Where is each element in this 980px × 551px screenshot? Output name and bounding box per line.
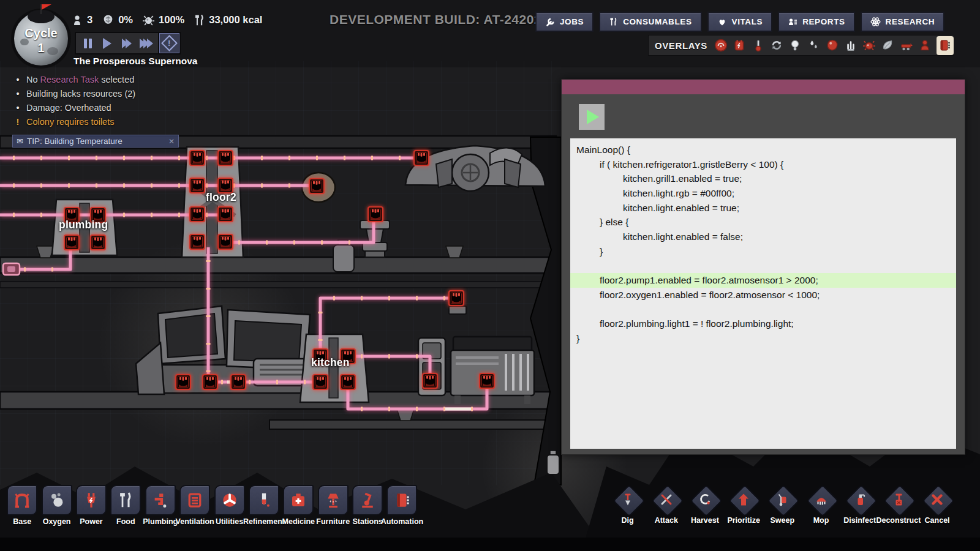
automation-port[interactable] — [480, 373, 494, 388]
automation-port[interactable] — [176, 375, 190, 389]
automation-port[interactable] — [91, 235, 105, 250]
build-category-automation[interactable]: Automation — [385, 485, 419, 526]
cycle-number: 1 — [14, 41, 68, 55]
research-task-link[interactable]: Research Task — [40, 75, 99, 84]
overlay-temperature-icon[interactable] — [751, 38, 764, 53]
person-list-icon — [788, 17, 797, 27]
notification-resources[interactable]: • Building lacks resources (2) — [15, 89, 135, 99]
vitals-button[interactable]: VITALS — [707, 12, 773, 32]
automation-port[interactable] — [414, 151, 429, 165]
screen-bottom-strip — [0, 538, 980, 551]
grill[interactable] — [451, 337, 534, 404]
floor-ledge — [270, 420, 555, 429]
overlay-liquid-icon[interactable] — [807, 38, 820, 53]
shovel-icon — [620, 492, 635, 507]
consumables-button[interactable]: CONSUMABLES — [599, 12, 701, 32]
tool-attack[interactable]: Attack — [647, 484, 685, 525]
pause-button[interactable] — [79, 35, 96, 52]
build-category-stations[interactable]: Stations — [350, 485, 385, 526]
fastest-forward-button[interactable] — [138, 35, 155, 52]
atom-icon — [870, 17, 881, 27]
spray-bottle-icon — [853, 492, 867, 507]
notification-damage[interactable]: • Damage: Overheated — [15, 103, 111, 113]
notification-research[interactable]: • No Research Task selected — [15, 75, 134, 84]
automation-port[interactable] — [190, 234, 205, 249]
overlay-rooms-icon[interactable] — [918, 38, 932, 53]
automation-port[interactable] — [313, 375, 328, 389]
overlay-germs-icon[interactable] — [862, 38, 876, 53]
automation-port[interactable] — [218, 234, 233, 249]
stat-stress[interactable]: 0% — [102, 13, 133, 26]
automation-port[interactable] — [190, 207, 205, 222]
automation-port[interactable] — [309, 179, 324, 193]
label-floor2: floor2 — [206, 191, 236, 204]
liquid-bottle[interactable] — [333, 240, 354, 272]
code-line: kitchen.grill1.enabled = true; — [570, 171, 956, 186]
tip-banner[interactable]: ✉ TIP: Building Temperature ✕ — [12, 135, 179, 148]
overlay-gas-icon[interactable] — [770, 38, 783, 53]
tool-harvest[interactable]: Harvest — [685, 484, 724, 525]
script-panel-titlebar[interactable] — [562, 80, 965, 94]
overlay-automation-icon[interactable] — [937, 36, 954, 55]
run-script-button[interactable] — [579, 104, 605, 130]
tool-disinfect[interactable]: Disinfect — [840, 484, 879, 525]
build-category-power[interactable]: Power — [74, 485, 108, 526]
duplicant-icon — [71, 14, 83, 26]
play-button[interactable] — [99, 35, 116, 52]
overlay-oxygen-icon[interactable] — [714, 38, 728, 53]
automation-port[interactable] — [341, 375, 355, 389]
fast-forward-button[interactable] — [118, 35, 135, 52]
build-category-utilities[interactable]: Utilities — [212, 485, 246, 526]
tool-dig[interactable]: Dig — [608, 484, 647, 525]
overlay-shipping-icon[interactable] — [900, 38, 913, 53]
automation-port[interactable] — [368, 207, 383, 222]
wire-bridge-connector[interactable] — [3, 263, 20, 275]
automation-port[interactable] — [190, 178, 205, 193]
sickle-icon — [698, 492, 712, 507]
tool-prioritize[interactable]: Prioritize — [725, 484, 763, 525]
colony-cycle-badge[interactable]: Cycle 1 — [12, 10, 70, 67]
build-category-ventilation[interactable]: Ventilation — [178, 485, 212, 526]
up-arrow-icon — [736, 492, 751, 507]
tip-close-icon[interactable]: ✕ — [168, 137, 175, 146]
management-menu: JOBS CONSUMABLES VITALS REPORTS — [535, 12, 944, 32]
build-menu: Base Oxygen Power Food — [5, 485, 420, 526]
automation-port[interactable] — [64, 235, 79, 250]
build-category-furniture[interactable]: Furniture — [316, 485, 350, 526]
automation-port[interactable] — [449, 291, 464, 305]
research-button[interactable]: RESEARCH — [861, 12, 945, 32]
stat-immunity[interactable]: 100% — [142, 13, 184, 26]
build-category-oxygen[interactable]: Oxygen — [39, 485, 74, 526]
automation-port[interactable] — [190, 151, 205, 165]
mail-icon: ✉ — [17, 137, 23, 146]
overlay-farming-icon[interactable] — [881, 38, 894, 53]
overlay-decor-icon[interactable] — [826, 38, 839, 53]
overlay-ventilation-icon[interactable] — [844, 38, 858, 53]
alerts-button[interactable]: ! — [158, 32, 181, 54]
tool-deconstruct[interactable]: Deconstruct — [879, 484, 918, 525]
build-category-food[interactable]: Food — [108, 485, 143, 526]
build-category-plumbing[interactable]: Plumbing — [143, 485, 178, 526]
build-category-medicine[interactable]: Medicine — [281, 485, 315, 526]
tool-cancel[interactable]: Cancel — [918, 484, 957, 525]
notification-toilets[interactable]: ! Colony requires toilets — [15, 117, 114, 127]
automation-port[interactable] — [218, 207, 233, 222]
ceiling-fixture[interactable] — [449, 306, 466, 314]
overlay-power-icon[interactable] — [733, 38, 746, 53]
code-editor[interactable]: MainLoop() { if ( kitchen.refrigerator1.… — [570, 138, 956, 449]
tool-sweep[interactable]: Sweep — [763, 484, 802, 525]
build-category-base[interactable]: Base — [5, 485, 39, 526]
automation-port[interactable] — [423, 373, 437, 388]
automation-port[interactable] — [203, 375, 217, 389]
automation-port[interactable] — [218, 151, 233, 165]
build-category-refinement[interactable]: Refinement — [247, 485, 281, 526]
jobs-button[interactable]: JOBS — [535, 12, 594, 32]
alert-icon: ! — [161, 35, 178, 51]
stat-calories[interactable]: 33,000 kcal — [194, 14, 262, 26]
reports-button[interactable]: REPORTS — [778, 12, 854, 32]
tool-mop[interactable]: Mop — [802, 484, 840, 525]
code-line: kitchen.light.enabled = true; — [570, 201, 956, 216]
automation-port[interactable] — [231, 375, 246, 389]
overlay-light-icon[interactable] — [788, 38, 802, 53]
stat-duplicants[interactable]: 3 — [71, 14, 92, 26]
